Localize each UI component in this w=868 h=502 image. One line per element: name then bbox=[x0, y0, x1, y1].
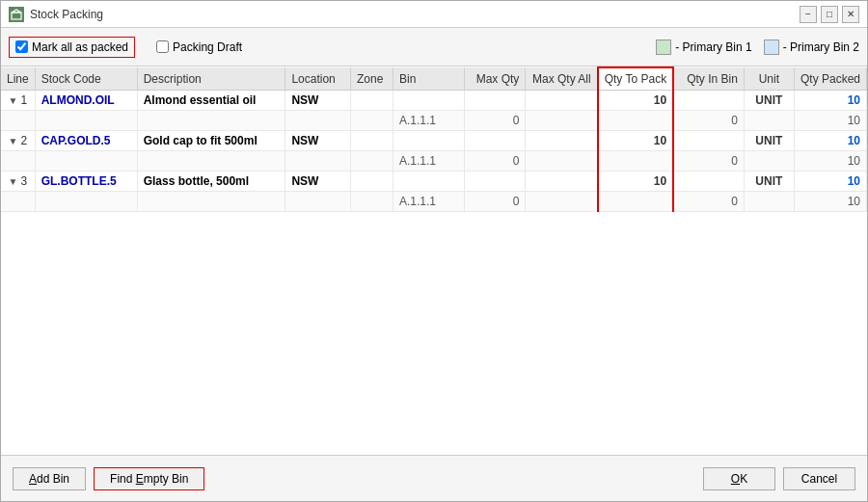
cell-line: ▼ 1 bbox=[1, 91, 35, 111]
cell-unit bbox=[744, 111, 794, 131]
cell-qty-packed: 10 bbox=[794, 151, 866, 172]
cell-location: NSW bbox=[285, 91, 351, 111]
cell-qty-packed: 10 bbox=[794, 172, 866, 192]
packing-table: Line Stock Code Description Location Zon… bbox=[1, 66, 867, 212]
table-container: Line Stock Code Description Location Zon… bbox=[1, 66, 867, 455]
table-row: A.1.1.1 0 0 10 bbox=[1, 151, 867, 172]
cell-max-qty-all bbox=[526, 172, 598, 192]
maximize-button[interactable]: □ bbox=[821, 6, 838, 23]
cell-bin bbox=[393, 131, 464, 151]
cell-line: ▼ 3 bbox=[1, 172, 35, 192]
bin1-legend-label: - Primary Bin 1 bbox=[675, 40, 751, 54]
cell-max-qty bbox=[464, 172, 525, 192]
header-line: Line bbox=[1, 67, 35, 91]
header-location: Location bbox=[285, 67, 351, 91]
cell-stock-code[interactable]: GL.BOTTLE.5 bbox=[35, 172, 137, 192]
table-body: ▼ 1 ALMOND.OIL Almond essential oil NSW … bbox=[1, 91, 867, 212]
packing-draft-checkbox[interactable] bbox=[156, 40, 169, 53]
mark-all-packed-label: Mark all as packed bbox=[32, 40, 128, 54]
cell-max-qty-all bbox=[526, 111, 598, 131]
cell-description bbox=[137, 151, 285, 172]
cell-unit: UNIT bbox=[744, 91, 794, 111]
header-max-qty: Max Qty bbox=[464, 67, 525, 91]
close-button[interactable]: ✕ bbox=[842, 6, 859, 23]
cancel-button[interactable]: Cancel bbox=[783, 467, 855, 490]
expand-icon[interactable]: ▼ bbox=[8, 95, 17, 106]
cell-line bbox=[1, 111, 35, 131]
table-row: A.1.1.1 0 0 10 bbox=[1, 192, 867, 212]
cell-zone bbox=[350, 151, 393, 172]
cell-location: NSW bbox=[285, 131, 351, 151]
cell-qty-packed: 10 bbox=[794, 192, 866, 212]
cell-zone bbox=[350, 131, 393, 151]
stock-packing-window: Stock Packing − □ ✕ Mark all as packed P… bbox=[0, 0, 868, 502]
cell-qty-in-bin: 0 bbox=[673, 111, 744, 131]
cell-location bbox=[285, 111, 351, 131]
cell-stock-code bbox=[35, 111, 137, 131]
cell-max-qty-all bbox=[526, 192, 598, 212]
bin1-color-swatch bbox=[656, 40, 671, 55]
header-qty-packed: Qty Packed bbox=[794, 67, 866, 91]
header-unit: Unit bbox=[744, 67, 794, 91]
bin2-legend-item: - Primary Bin 2 bbox=[764, 40, 859, 55]
cell-location: NSW bbox=[285, 172, 351, 192]
cell-unit: UNIT bbox=[744, 172, 794, 192]
cell-stock-code[interactable]: ALMOND.OIL bbox=[35, 91, 137, 111]
find-empty-bin-button[interactable]: Find Empty Bin bbox=[94, 467, 204, 490]
cell-max-qty: 0 bbox=[464, 111, 525, 131]
cell-qty-to-pack bbox=[598, 111, 673, 131]
cell-bin: A.1.1.1 bbox=[393, 111, 464, 131]
ok-button[interactable]: OK bbox=[703, 467, 775, 490]
cell-max-qty bbox=[464, 91, 525, 111]
title-bar-left: Stock Packing bbox=[9, 7, 103, 22]
svg-rect-0 bbox=[12, 13, 21, 19]
cell-qty-packed: 10 bbox=[794, 131, 866, 151]
footer-right: OK Cancel bbox=[703, 467, 855, 490]
cell-max-qty: 0 bbox=[464, 192, 525, 212]
cell-qty-to-pack bbox=[598, 151, 673, 172]
cell-zone bbox=[350, 192, 393, 212]
cell-bin bbox=[393, 172, 464, 192]
cell-bin: A.1.1.1 bbox=[393, 151, 464, 172]
minimize-button[interactable]: − bbox=[800, 6, 817, 23]
cell-qty-to-pack[interactable]: 10 bbox=[598, 131, 673, 151]
expand-icon[interactable]: ▼ bbox=[8, 136, 17, 146]
bin1-legend-item: - Primary Bin 1 bbox=[656, 40, 751, 55]
table-header-row: Line Stock Code Description Location Zon… bbox=[1, 67, 867, 91]
cell-location bbox=[285, 192, 351, 212]
cell-max-qty bbox=[464, 131, 525, 151]
cell-qty-in-bin bbox=[673, 131, 744, 151]
cell-qty-to-pack[interactable]: 10 bbox=[598, 91, 673, 111]
bin-legend: - Primary Bin 1 - Primary Bin 2 bbox=[656, 40, 859, 55]
cell-description: Glass bottle, 500ml bbox=[137, 172, 285, 192]
mark-all-packed-group[interactable]: Mark all as packed bbox=[9, 37, 135, 58]
expand-icon[interactable]: ▼ bbox=[8, 176, 17, 187]
cell-unit: UNIT bbox=[744, 131, 794, 151]
cell-stock-code[interactable]: CAP.GOLD.5 bbox=[35, 131, 137, 151]
cell-qty-to-pack[interactable]: 10 bbox=[598, 172, 673, 192]
cell-description bbox=[137, 192, 285, 212]
cell-max-qty-all bbox=[526, 151, 598, 172]
packing-draft-label: Packing Draft bbox=[173, 40, 242, 54]
cell-line: ▼ 2 bbox=[1, 131, 35, 151]
footer-left: Add Bin Find Empty Bin bbox=[13, 467, 204, 490]
cell-bin: A.1.1.1 bbox=[393, 192, 464, 212]
bin2-color-swatch bbox=[764, 40, 779, 55]
cell-qty-to-pack bbox=[598, 192, 673, 212]
cell-stock-code bbox=[35, 192, 137, 212]
cell-bin bbox=[393, 91, 464, 111]
header-qty-to-pack: Qty To Pack bbox=[598, 67, 673, 91]
add-bin-button[interactable]: Add Bin bbox=[13, 467, 86, 490]
cell-qty-in-bin bbox=[673, 91, 744, 111]
toolbar: Mark all as packed Packing Draft - Prima… bbox=[1, 28, 867, 66]
cell-max-qty: 0 bbox=[464, 151, 525, 172]
header-description: Description bbox=[137, 67, 285, 91]
header-qty-in-bin: Qty In Bin bbox=[673, 67, 744, 91]
cell-description bbox=[137, 111, 285, 131]
cell-stock-code bbox=[35, 151, 137, 172]
mark-all-packed-checkbox[interactable] bbox=[15, 40, 28, 53]
title-bar: Stock Packing − □ ✕ bbox=[1, 1, 867, 28]
cell-zone bbox=[350, 111, 393, 131]
packing-draft-group[interactable]: Packing Draft bbox=[150, 38, 248, 57]
cell-line bbox=[1, 151, 35, 172]
